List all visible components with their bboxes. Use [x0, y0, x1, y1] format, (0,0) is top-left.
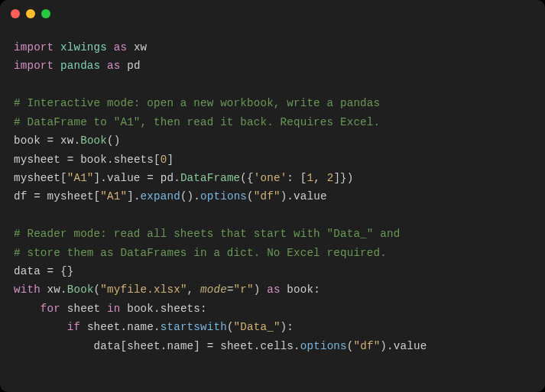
maximize-icon[interactable]	[41, 9, 50, 18]
mod-pandas: pandas	[60, 60, 100, 72]
kw-as: as	[114, 41, 127, 53]
var-data: data	[14, 265, 41, 277]
comment-line: # Reader mode: read all sheets that star…	[14, 228, 400, 240]
minimize-icon[interactable]	[26, 9, 35, 18]
code-block: import xlwings as xw import pandas as pd…	[0, 28, 545, 369]
mod-xlwings: xlwings	[60, 41, 107, 53]
comment-line: # store them as DataFrames in a dict. No…	[14, 247, 387, 259]
comment-line: # Interactive mode: open a new workbook,…	[14, 97, 380, 109]
code-window: import xlwings as xw import pandas as pd…	[0, 0, 545, 392]
kw-for: for	[41, 303, 60, 315]
cls-dataframe: DataFrame	[180, 172, 240, 184]
comment-line: # DataFrame to "A1", then read it back. …	[14, 116, 380, 128]
kw-if: if	[67, 321, 80, 333]
var-book: book	[14, 134, 41, 147]
var-mysheet: mysheet	[14, 154, 60, 166]
kw-import: import	[14, 41, 54, 53]
window-titlebar	[0, 0, 545, 28]
alias-pd: pd	[127, 60, 140, 72]
close-icon[interactable]	[11, 9, 20, 18]
cls-book: Book	[80, 134, 107, 147]
kw-as: as	[107, 60, 120, 72]
alias-xw: xw	[134, 41, 147, 53]
var-df: df	[14, 190, 27, 202]
kw-import: import	[14, 60, 54, 72]
kw-with: with	[14, 283, 41, 296]
